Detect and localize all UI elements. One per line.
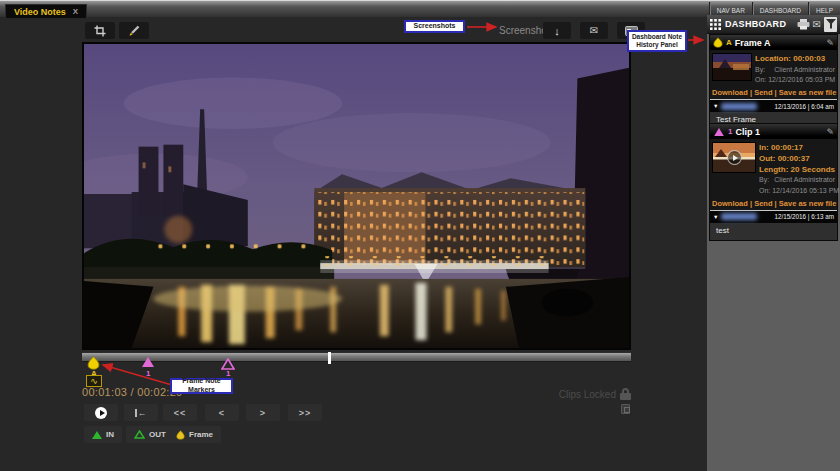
callout-screenshots: Screenshots (404, 20, 465, 33)
dashboard-title: DASHBOARD (725, 19, 786, 29)
send-link[interactable]: Send (754, 88, 772, 97)
edit-icon[interactable]: ✎ (826, 127, 834, 137)
video-player[interactable] (82, 42, 631, 350)
frame-location: Location: 00:00:03 (755, 54, 835, 65)
clip-marker-icon (714, 128, 724, 136)
playhead[interactable] (328, 352, 331, 364)
by-value: Client Administrator (774, 175, 835, 185)
screenshot-email-button[interactable]: ✉ (580, 22, 608, 39)
filter-icon (826, 19, 836, 29)
mail-icon[interactable]: ✉ (813, 19, 821, 30)
comment-date: 12/13/2016 | 6:04 am (775, 103, 834, 110)
fast-forward-button[interactable]: >> (288, 404, 322, 421)
download-link[interactable]: Download (712, 88, 748, 97)
timeline-scrubber[interactable] (82, 352, 631, 362)
download-icon: ↓ (554, 25, 560, 37)
rewind-button[interactable]: << (163, 404, 197, 421)
mark-in-button[interactable]: IN (84, 426, 122, 443)
thumbnail-play-icon[interactable] (727, 150, 742, 165)
frame-thumbnail[interactable] (712, 53, 752, 81)
mark-frame-button[interactable]: Frame (168, 426, 221, 443)
callout-frame-note-markers: Frame Note Markers (170, 378, 233, 394)
save-as-new-file-link[interactable]: Save as new file (779, 199, 837, 208)
tab-label: Video Notes (14, 7, 66, 17)
redacted-user-name (721, 103, 757, 110)
redacted-user-name (721, 213, 757, 220)
comment-header[interactable]: ▼ 12/13/2016 | 6:04 am (710, 99, 837, 112)
by-label: By: (755, 65, 765, 75)
dashboard-header: DASHBOARD ✉ (707, 15, 840, 34)
card-title: Clip 1 (735, 127, 760, 137)
frame-drop-icon (176, 430, 185, 440)
mark-out-button[interactable]: OUT (126, 426, 174, 443)
clip-out: Out: 00:00:37 (759, 154, 835, 165)
step-back-button[interactable]: < (205, 404, 239, 421)
on-date: On: 12/12/2016 05:03 PM (755, 75, 835, 85)
filter-button[interactable] (824, 17, 837, 32)
card-header: A Frame A ✎ (710, 35, 837, 50)
tab-video-notes[interactable]: Video Notes X (5, 4, 87, 18)
in-triangle-icon (92, 431, 102, 439)
card-actions: Download | Send | Save as new file (710, 198, 837, 210)
comment-text: test (710, 223, 837, 240)
out-triangle-icon (134, 430, 145, 439)
play-button[interactable] (84, 404, 118, 421)
comment-date: 12/15/2016 | 6:13 am (775, 213, 834, 220)
disclosure-icon[interactable]: ▼ (713, 214, 718, 220)
left-arrow-icon: ← (138, 408, 148, 418)
step-forward-icon: > (260, 408, 266, 418)
jump-to-start-button[interactable]: ← (124, 404, 158, 421)
card-actions: Download | Send | Save as new file (710, 87, 837, 99)
link-separator: | (775, 88, 777, 97)
tab-close-icon[interactable]: X (73, 7, 78, 16)
time-display: 00:01:03 / 00:02:20 (82, 386, 183, 398)
crop-button[interactable] (85, 22, 115, 39)
by-label: By: (759, 175, 769, 185)
print-icon[interactable] (797, 19, 810, 30)
locked-file-icon (621, 404, 630, 414)
clips-locked-label: Clips Locked (536, 389, 616, 400)
link-separator: | (750, 199, 752, 208)
link-separator: | (750, 88, 752, 97)
squiggle-icon: ∿ (90, 376, 98, 386)
clip-length: Length: 20 Seconds (759, 165, 835, 176)
step-forward-button[interactable]: > (246, 404, 280, 421)
email-icon: ✉ (590, 25, 598, 36)
frame-marker-icon (87, 356, 100, 370)
note-card-clip-1: 1 Clip 1 ✎ In: 00:00:17 O (709, 123, 838, 241)
jump-start-icon (135, 409, 137, 417)
annotate-button[interactable] (119, 22, 149, 39)
video-scene-paris-night (84, 44, 629, 348)
rewind-icon: << (174, 408, 187, 418)
link-separator: | (775, 199, 777, 208)
mark-in-label: IN (106, 430, 114, 439)
card-title: Frame A (735, 38, 771, 48)
crop-icon (94, 25, 106, 37)
mark-out-label: OUT (149, 430, 166, 439)
fast-forward-icon: >> (299, 408, 312, 418)
step-back-icon: < (219, 408, 225, 418)
download-link[interactable]: Download (712, 199, 748, 208)
pen-icon (128, 25, 140, 37)
mark-frame-label: Frame (189, 430, 213, 439)
in-marker-label: 1 (146, 369, 150, 378)
card-badge: A (726, 38, 732, 47)
video-notes-app: Video Notes X NAV BAR DASHBOARD HELP Scr… (0, 0, 840, 471)
card-header: 1 Clip 1 ✎ (710, 124, 837, 139)
by-value: Client Administrator (774, 65, 835, 75)
callout-dashboard-note-history: Dashboard Note History Panel (627, 30, 687, 52)
send-link[interactable]: Send (754, 199, 772, 208)
dashboard-panel: DASHBOARD ✉ A (707, 15, 840, 471)
play-icon (95, 407, 107, 419)
comment-header[interactable]: ▼ 12/15/2016 | 6:13 am (710, 210, 837, 223)
screenshot-download-button[interactable]: ↓ (543, 22, 571, 39)
clip-thumbnail[interactable] (712, 142, 756, 173)
edit-icon[interactable]: ✎ (826, 38, 834, 48)
lock-icon (620, 388, 631, 400)
in-point-marker[interactable] (142, 357, 154, 367)
save-as-new-file-link[interactable]: Save as new file (779, 88, 837, 97)
clip-in: In: 00:00:17 (759, 143, 835, 154)
note-card-frame-a: A Frame A ✎ Location: 00:00:03 (709, 34, 838, 130)
disclosure-icon[interactable]: ▼ (713, 103, 718, 109)
on-date: On: 12/14/2016 05:13 PM (759, 186, 835, 196)
